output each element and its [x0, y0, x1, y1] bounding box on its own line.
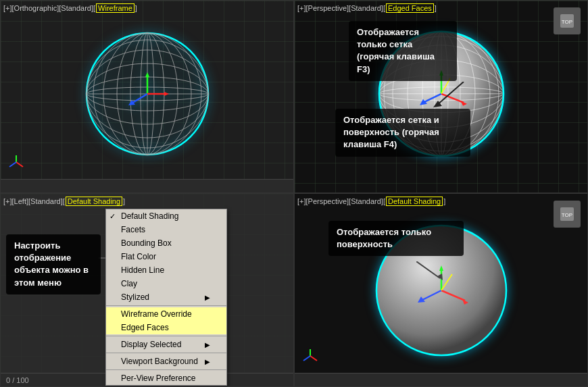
callout-arrow-3 — [416, 261, 450, 282]
callout-arrow-1 — [430, 82, 470, 109]
viewport-bottom-right[interactable]: [+][Perspective][Standard][ Default Shad… — [294, 193, 588, 387]
svg-line-64 — [310, 356, 317, 361]
svg-marker-14 — [145, 72, 149, 77]
callout-edged: Отображается сетка и поверхность (горяча… — [335, 109, 470, 157]
callout-configure: Настроить отображение объекта можно в эт… — [6, 234, 101, 294]
viewport-top-right[interactable]: [+][Perspective][Standard][ Edged Faces … — [294, 0, 588, 193]
stylized-arrow-icon: ▶ — [205, 294, 210, 301]
svg-text:TOP: TOP — [562, 19, 572, 25]
status-bar-tl — [1, 179, 293, 192]
menu-item-per-view[interactable]: Per-View Preference — [106, 371, 226, 385]
svg-line-65 — [303, 356, 310, 361]
vp-label-bottom-left: [+][Left][Standard][ Default Shading ] — [3, 197, 125, 206]
status-bar-br — [295, 373, 587, 386]
viewport-bg-arrow-icon: ▶ — [205, 358, 210, 365]
callout-shading: Отображается только поверхность — [328, 221, 464, 256]
svg-marker-16 — [164, 92, 169, 96]
vp-label-top-left: [+][Orthographic][Standard][ Wireframe ] — [3, 3, 137, 13]
menu-item-clay[interactable]: Clay — [106, 277, 226, 290]
menu-item-display-selected[interactable]: Display Selected ▶ — [106, 338, 226, 351]
coord-indicator-tl — [6, 152, 26, 172]
svg-text:TOP: TOP — [562, 212, 572, 218]
status-value: 0 / 100 — [6, 376, 29, 384]
menu-item-wireframe-override[interactable]: Wireframe Override — [106, 307, 226, 321]
coord-indicator-br — [300, 346, 320, 366]
menu-item-viewport-bg[interactable]: Viewport Background ▶ — [106, 355, 226, 368]
menu-item-facets[interactable]: Facets — [106, 223, 226, 236]
svg-line-47 — [437, 82, 464, 105]
menu-separator-3 — [106, 353, 226, 353]
svg-line-20 — [16, 162, 23, 167]
callout-wireframe: Отображается только сетка (горячая клави… — [349, 21, 457, 81]
viewport-grid: [+][Orthographic][Standard][ Wireframe ] — [0, 0, 588, 387]
viewport-top-left[interactable]: [+][Orthographic][Standard][ Wireframe ] — [0, 0, 294, 193]
menu-separator-2 — [106, 336, 226, 336]
vp-label-bottom-right: [+][Perspective][Standard][ Default Shad… — [297, 197, 445, 206]
vp-label-top-right: [+][Perspective][Standard][ Edged Faces … — [297, 3, 437, 13]
nav-cube-tr[interactable]: TOP — [552, 6, 582, 36]
menu-item-edged-faces[interactable]: Edged Faces — [106, 321, 226, 334]
menu-item-hidden-line[interactable]: Hidden Line — [106, 263, 226, 277]
context-menu[interactable]: Default Shading Facets Bounding Box Flat… — [105, 209, 227, 386]
svg-line-21 — [9, 162, 16, 167]
wireframe-sphere — [80, 26, 215, 161]
nav-cube-br[interactable]: TOP — [552, 199, 582, 229]
menu-item-stylized[interactable]: Stylized ▶ — [106, 290, 226, 304]
menu-separator-1 — [106, 305, 226, 306]
menu-item-bounding-box[interactable]: Bounding Box — [106, 236, 226, 250]
viewport-bottom-left[interactable]: [+][Left][Standard][ Default Shading ] Н… — [0, 193, 294, 387]
menu-item-default-shading[interactable]: Default Shading — [106, 209, 226, 223]
svg-line-66 — [416, 261, 440, 278]
display-selected-arrow-icon: ▶ — [205, 341, 210, 349]
menu-item-flat-color[interactable]: Flat Color — [106, 250, 226, 263]
menu-separator-4 — [106, 369, 226, 370]
